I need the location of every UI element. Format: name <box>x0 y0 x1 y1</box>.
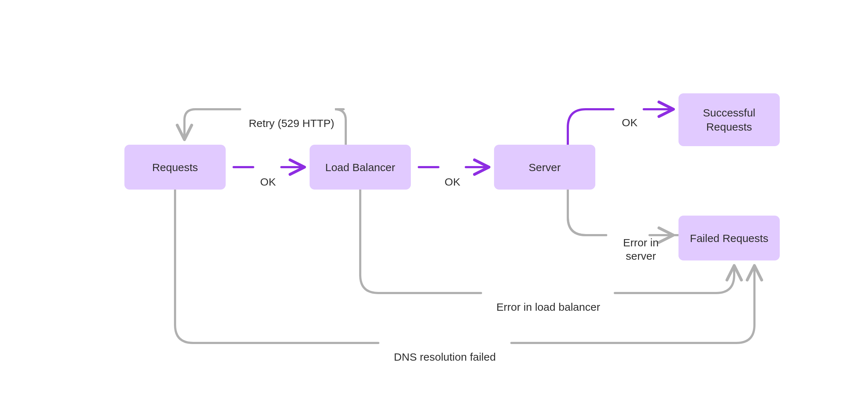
edge-server-to-success <box>568 109 671 145</box>
edge-dns-failed <box>175 190 754 343</box>
label-ok-1: OK <box>260 161 276 188</box>
label-retry: Retry (529 HTTP) <box>244 103 339 130</box>
label-dns-resolution-failed-text: DNS resolution failed <box>394 351 496 363</box>
node-requests: Requests <box>124 145 226 190</box>
diagram-canvas: Requests Load Balancer Server Successful… <box>0 0 868 420</box>
label-ok-3: OK <box>621 102 638 129</box>
edge-balancer-error <box>360 190 734 293</box>
label-error-in-server: Error in server <box>612 222 670 263</box>
label-retry-text: Retry (529 HTTP) <box>249 117 335 129</box>
node-load-balancer-label: Load Balancer <box>325 160 395 174</box>
node-failed-requests-label: Failed Requests <box>690 231 769 245</box>
node-successful-requests-label: Successful Requests <box>681 106 777 134</box>
node-requests-label: Requests <box>152 160 198 174</box>
label-error-in-load-balancer-text: Error in load balancer <box>497 301 600 313</box>
node-server-label: Server <box>529 160 561 174</box>
label-error-in-load-balancer: Error in load balancer <box>487 287 610 314</box>
label-ok-3-text: OK <box>622 116 637 128</box>
node-server: Server <box>494 145 595 190</box>
label-ok-1-text: OK <box>260 176 276 188</box>
node-successful-requests: Successful Requests <box>678 93 780 146</box>
node-failed-requests: Failed Requests <box>678 216 780 260</box>
label-error-in-server-text: Error in server <box>623 237 659 262</box>
node-load-balancer: Load Balancer <box>310 145 411 190</box>
label-ok-2: OK <box>444 161 461 188</box>
label-dns-resolution-failed: DNS resolution failed <box>383 336 506 364</box>
label-ok-2-text: OK <box>444 176 460 188</box>
